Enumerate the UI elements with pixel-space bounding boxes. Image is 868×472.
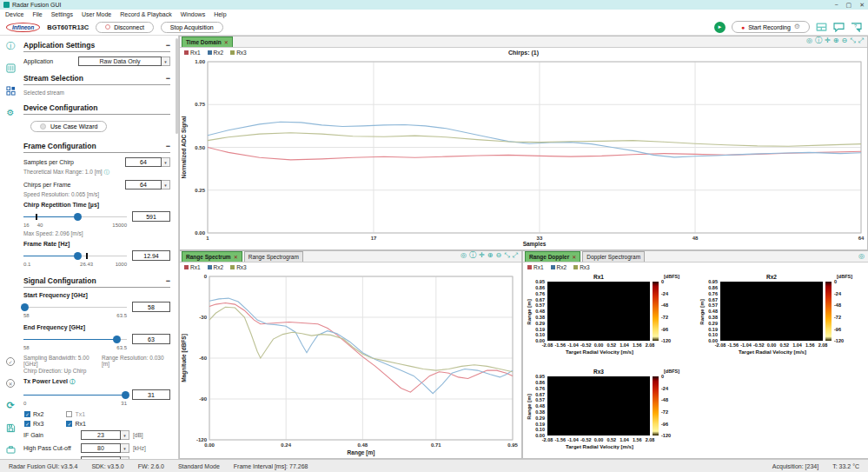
feedback-chat-icon[interactable]	[833, 23, 845, 32]
menu-record-playback[interactable]: Record & Playback	[120, 11, 172, 17]
checkbox-rx1[interactable]: ✓Rx1	[66, 421, 85, 427]
colorbar-tick-label: -48	[661, 302, 684, 308]
chevron-down-icon[interactable]: ▾	[121, 443, 129, 453]
info-icon[interactable]: ⓘ	[6, 42, 15, 50]
menu-user-mode[interactable]: User Mode	[82, 11, 111, 17]
collapse-icon[interactable]: −	[166, 276, 170, 285]
help-icon[interactable]: ?	[851, 23, 862, 32]
maximize-button[interactable]: ▢	[846, 2, 852, 9]
start-frequency-slider[interactable]	[23, 303, 127, 311]
collapse-icon[interactable]: −	[166, 142, 170, 150]
plot-info-icon[interactable]: ⓘ	[815, 36, 822, 45]
disconnect-button[interactable]: Disconnect	[96, 22, 154, 33]
end-frequency-slider[interactable]	[23, 336, 127, 343]
menu-help[interactable]: Help	[214, 11, 226, 17]
tx-power-value[interactable]	[132, 389, 170, 400]
range-doppler-heatmaps[interactable]: Rx1[dBFS]Range [m]0.950.860.760.670.570.…	[523, 271, 868, 457]
fullscreen-icon[interactable]: ⤢	[858, 37, 864, 45]
tab-close-icon[interactable]: ✕	[234, 254, 238, 260]
tab-time-domain[interactable]: Time Domain ✕	[182, 37, 233, 47]
tab-close-icon[interactable]: ✕	[224, 39, 229, 45]
slider-knob[interactable]	[21, 303, 29, 311]
device-settings-gear-icon[interactable]: ⚙	[7, 109, 15, 117]
if-gain-select[interactable]: 23	[81, 430, 121, 440]
apps-grid-icon[interactable]	[6, 86, 16, 96]
frame-rate-slider[interactable]	[23, 252, 127, 260]
close-button[interactable]: ✕	[859, 2, 865, 9]
zoom-in-icon[interactable]: ⊕	[833, 37, 839, 44]
use-case-wizard-button[interactable]: Use Case Wizard	[30, 121, 107, 132]
chirp-repetition-slider[interactable]	[23, 213, 127, 221]
slider-knob[interactable]	[122, 391, 129, 399]
tab-range-spectrum[interactable]: Range Spectrum ✕	[182, 251, 242, 262]
chevron-down-icon[interactable]: ▾	[121, 456, 129, 459]
low-pass-select[interactable]: 500	[81, 456, 121, 459]
fullscreen-icon[interactable]: ⤢	[513, 251, 518, 260]
chevron-down-icon[interactable]: ▾	[121, 430, 129, 440]
slider-knob[interactable]	[113, 336, 121, 343]
plot-settings-icon[interactable]: ◎	[461, 251, 467, 259]
pan-icon[interactable]: ✛	[479, 251, 485, 259]
heatmap-rx1[interactable]: Rx1[dBFS]Range [m]0.950.860.760.670.570.…	[525, 273, 695, 365]
menu-settings[interactable]: Settings	[51, 11, 73, 17]
plot-settings-icon[interactable]: ◎	[806, 37, 812, 44]
collapse-icon[interactable]: −	[166, 41, 170, 50]
slider-knob[interactable]	[74, 213, 82, 221]
recording-settings-icon[interactable]: ⚙	[794, 23, 800, 30]
high-pass-select[interactable]: 80	[81, 443, 121, 453]
zoom-out-icon[interactable]: ⊖	[495, 251, 501, 259]
zoom-in-icon[interactable]: ⊕	[487, 251, 494, 259]
stream-config-icon[interactable]	[6, 63, 16, 73]
checkbox-rx3[interactable]: ✓Rx3	[24, 421, 43, 427]
chirps-per-frame-input[interactable]	[125, 180, 162, 189]
application-select[interactable]: Raw Data Only	[78, 57, 162, 66]
collapse-icon[interactable]: −	[166, 74, 170, 83]
heatmap-title: Rx2	[720, 274, 823, 280]
refresh-icon[interactable]: ⟳	[6, 401, 14, 410]
range-spectrum-chart[interactable]: 0.000.240.480.710.950-30-60-90-120Range …	[180, 271, 521, 457]
chirp-repetition-value[interactable]	[132, 211, 170, 222]
chevron-down-icon[interactable]: ▾	[162, 180, 170, 189]
scale-max: 15000	[112, 223, 127, 228]
start-frequency-value[interactable]	[132, 302, 170, 312]
apply-check-icon[interactable]: ✓	[6, 357, 15, 366]
stop-acquisition-button[interactable]: Stop Acquisition	[161, 22, 223, 33]
samples-per-chirp-input[interactable]	[125, 157, 162, 167]
screenshot-camera-icon[interactable]	[6, 446, 16, 454]
end-frequency-value[interactable]	[132, 334, 170, 344]
plot-settings-icon[interactable]: ◎	[858, 252, 865, 260]
chevron-down-icon[interactable]: ▾	[162, 157, 170, 167]
tab-doppler-spectrogram[interactable]: Doppler Spectrogram	[582, 251, 645, 262]
pan-icon[interactable]: ✛	[825, 37, 831, 44]
minimize-button[interactable]: −	[834, 2, 838, 8]
play-button[interactable]: ►	[714, 22, 726, 33]
device-panel-icon[interactable]	[816, 23, 827, 32]
y-tick-label: 0.57	[528, 397, 545, 402]
slider-knob[interactable]	[74, 252, 82, 260]
plot-info-icon[interactable]: ⓘ	[469, 250, 476, 260]
fit-icon[interactable]: ⤡	[504, 251, 509, 260]
frame-rate-value[interactable]	[132, 250, 170, 261]
chevron-down-icon[interactable]: ▾	[162, 57, 170, 66]
menu-device[interactable]: Device	[5, 11, 23, 17]
fit-icon[interactable]: ⤡	[850, 37, 855, 45]
save-icon[interactable]	[6, 423, 16, 433]
settings-scrollbar[interactable]	[176, 38, 178, 134]
x-tick-label: 1	[206, 236, 209, 241]
checkbox-tx1[interactable]: Tx1	[66, 411, 85, 417]
y-tick-label: 0.29	[528, 321, 545, 326]
cancel-x-icon[interactable]: ✕	[6, 379, 15, 388]
tab-range-doppler[interactable]: Range Doppler ✕	[525, 251, 580, 262]
y-tick-label: 0.48	[701, 309, 718, 314]
heatmap-rx3[interactable]: Rx3[dBFS]Range [m]0.950.860.760.670.570.…	[525, 368, 695, 460]
zoom-out-icon[interactable]: ⊖	[841, 37, 847, 44]
heatmap-rx2[interactable]: Rx2[dBFS]Range [m]0.950.860.760.670.570.…	[698, 273, 868, 365]
start-recording-button[interactable]: ● Start Recording ⚙	[732, 21, 810, 33]
time-domain-chart[interactable]: 1173348641.000.750.500.250.00SamplesNorm…	[180, 57, 868, 249]
menu-windows[interactable]: Windows	[181, 11, 205, 17]
menu-file[interactable]: File	[32, 11, 42, 17]
tx-power-slider[interactable]	[23, 391, 127, 399]
tab-close-icon[interactable]: ✕	[572, 254, 576, 260]
checkbox-rx2[interactable]: ✓Rx2	[24, 411, 43, 417]
tab-range-spectrogram[interactable]: Range Spectrogram	[244, 251, 303, 262]
